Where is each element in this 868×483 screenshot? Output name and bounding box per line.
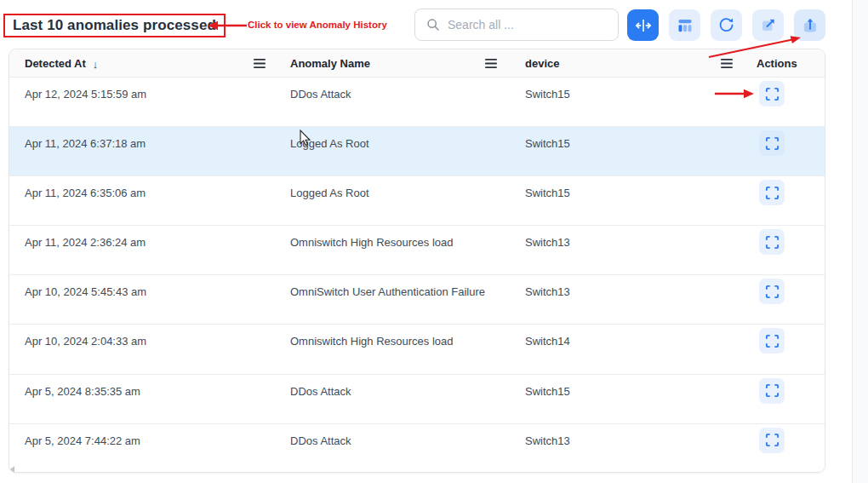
search-box	[414, 9, 619, 41]
refresh-button[interactable]	[711, 9, 742, 41]
columns-button[interactable]	[669, 9, 700, 41]
panel-edge	[852, 0, 868, 483]
additional-info-button[interactable]	[759, 180, 785, 205]
column-label: Detected At	[25, 57, 86, 70]
anomaly-name-cell: Omniswitch High Resources load	[290, 335, 453, 348]
additional-info-button[interactable]	[759, 229, 785, 255]
column-menu-icon[interactable]	[253, 58, 266, 69]
additional-info-button[interactable]	[759, 378, 785, 404]
anomaly-history-title-box: Last 10 anomalies processed	[3, 14, 226, 37]
table-row[interactable]: Apr 10, 2024 5:45:43 am OmniSwitch User …	[9, 275, 825, 325]
additional-info-button[interactable]	[759, 328, 785, 354]
table-body: Apr 12, 2024 5:15:59 am DDos Attack Swit…	[9, 78, 825, 473]
expand-icon	[765, 136, 779, 151]
expand-icon	[765, 433, 779, 447]
annotation-title-note: Click to view Anomaly History	[248, 20, 387, 31]
device-cell: Switch13	[525, 285, 570, 298]
detected-at-cell: Apr 10, 2024 5:45:43 am	[25, 285, 146, 298]
additional-info-button[interactable]	[759, 81, 785, 106]
scrollbar-arrow	[10, 466, 14, 473]
autosize-columns-icon	[634, 16, 653, 35]
table-row[interactable]: Apr 11, 2024 6:35:06 am Logged As Root S…	[9, 176, 825, 226]
export-button[interactable]	[794, 9, 825, 41]
search-input[interactable]	[448, 18, 601, 32]
column-header-actions: Actions	[757, 49, 797, 78]
device-cell: Switch13	[525, 236, 570, 249]
detected-at-cell: Apr 5, 2024 8:35:35 am	[25, 385, 140, 398]
column-header-device[interactable]: device	[525, 49, 559, 78]
anomaly-dashboard: Last 10 anomalies processed Click to vie…	[0, 0, 868, 483]
column-header-detected-at[interactable]: Detected At↓	[25, 49, 98, 78]
table-row[interactable]: Apr 10, 2024 2:04:33 am Omniswitch High …	[9, 325, 825, 374]
anomaly-name-cell: Logged As Root	[290, 137, 369, 150]
table-row[interactable]: Apr 11, 2024 6:37:18 am Logged As Root S…	[9, 127, 825, 176]
column-header-anomaly-name[interactable]: Anomaly Name	[290, 49, 370, 78]
table-row[interactable]: Apr 5, 2024 8:35:35 am DDos Attack Switc…	[9, 375, 825, 424]
columns-icon	[677, 17, 694, 34]
page-title[interactable]: Last 10 anomalies processed	[13, 17, 216, 34]
device-cell: Switch15	[525, 187, 570, 199]
open-external-button[interactable]	[752, 9, 784, 41]
export-icon	[802, 17, 819, 34]
anomaly-name-cell: DDos Attack	[290, 434, 351, 447]
detected-at-cell: Apr 11, 2024 6:37:18 am	[25, 137, 146, 150]
table-row[interactable]: Apr 5, 2024 7:44:22 am DDos Attack Switc…	[9, 424, 825, 473]
detected-at-cell: Apr 11, 2024 2:36:24 am	[25, 236, 146, 249]
detected-at-cell: Apr 10, 2024 2:04:33 am	[25, 335, 146, 348]
table-row[interactable]: Apr 11, 2024 2:36:24 am Omniswitch High …	[9, 226, 825, 275]
autosize-columns-button[interactable]	[627, 9, 659, 41]
anomaly-name-cell: DDos Attack	[290, 88, 351, 101]
device-cell: Switch15	[525, 385, 570, 398]
expand-icon	[765, 186, 779, 200]
open-external-icon	[760, 17, 777, 34]
expand-icon	[765, 334, 779, 348]
table-header-row: Detected At↓ Anomaly Name device Actions	[9, 49, 825, 78]
expand-icon	[765, 235, 779, 250]
table-row[interactable]: Apr 12, 2024 5:15:59 am DDos Attack Swit…	[9, 78, 825, 127]
device-cell: Switch14	[525, 335, 570, 348]
refresh-icon	[717, 16, 735, 34]
anomaly-name-cell: OmniSwitch User Authentication Failure	[290, 285, 485, 298]
anomalies-table: Detected At↓ Anomaly Name device Actions…	[9, 49, 825, 473]
additional-info-button[interactable]	[759, 428, 785, 453]
detected-at-cell: Apr 11, 2024 6:35:06 am	[25, 187, 146, 199]
additional-info-button[interactable]	[759, 279, 785, 304]
device-cell: Switch15	[525, 88, 570, 101]
expand-icon	[765, 87, 779, 101]
column-menu-icon[interactable]	[720, 58, 734, 69]
detected-at-cell: Apr 12, 2024 5:15:59 am	[25, 88, 146, 101]
anomaly-name-cell: DDos Attack	[290, 385, 351, 398]
search-icon	[426, 18, 440, 32]
column-menu-icon[interactable]	[484, 58, 498, 69]
additional-info-button[interactable]	[759, 130, 785, 156]
device-cell: Switch15	[525, 137, 570, 150]
anomaly-name-cell: Logged As Root	[290, 187, 369, 199]
sort-descending-icon: ↓	[93, 50, 99, 78]
anomaly-name-cell: Omniswitch High Resources load	[290, 236, 453, 249]
expand-icon	[765, 285, 779, 299]
device-cell: Switch13	[525, 434, 570, 447]
detected-at-cell: Apr 5, 2024 7:44:22 am	[25, 434, 140, 447]
expand-icon	[765, 383, 779, 398]
